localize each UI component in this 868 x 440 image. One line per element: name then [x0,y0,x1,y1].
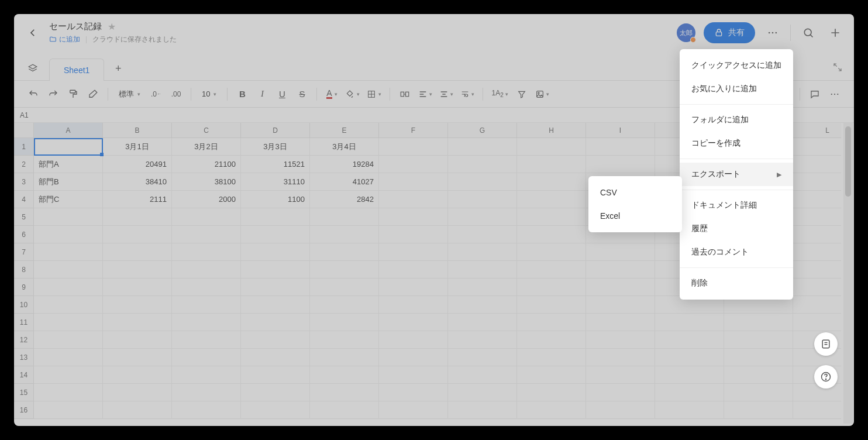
cell[interactable]: 38100 [172,173,241,191]
cell[interactable] [517,296,586,314]
cell[interactable] [172,366,241,384]
cell[interactable] [172,208,241,226]
cell[interactable] [655,366,724,384]
cell[interactable] [793,384,841,401]
cell[interactable] [241,243,310,261]
cell[interactable] [379,208,448,226]
row-header[interactable]: 1 [14,138,34,156]
cell[interactable] [103,243,172,261]
cell[interactable] [448,208,517,226]
underline-icon[interactable]: U [273,85,291,103]
expand-icon[interactable] [833,63,842,74]
vertical-scrollbar[interactable] [843,123,853,424]
submenu-csv[interactable]: CSV [588,181,682,204]
col-header[interactable]: A [34,123,103,138]
share-button[interactable]: 共有 [704,22,755,43]
cell[interactable] [586,384,655,401]
comment-icon[interactable] [806,85,824,103]
borders-icon[interactable]: ▾ [364,85,384,103]
cell[interactable] [517,261,586,279]
cell[interactable] [448,243,517,261]
cell[interactable] [517,138,586,156]
cell[interactable] [310,208,379,226]
cell[interactable] [793,401,841,419]
cell[interactable] [586,243,655,261]
cell[interactable] [379,331,448,349]
fill-color-icon[interactable]: ▾ [343,85,362,103]
cell[interactable] [310,243,379,261]
decrease-decimal-icon[interactable]: .0← [147,85,165,103]
cell[interactable] [517,173,586,191]
cell[interactable] [103,349,172,366]
cell[interactable] [379,138,448,156]
cell[interactable] [172,226,241,243]
menu-quick-access[interactable]: クイックアクセスに追加 [680,54,793,77]
cell[interactable] [310,331,379,349]
cell[interactable] [586,296,655,314]
row-header[interactable]: 16 [14,401,34,419]
cell[interactable] [586,156,655,173]
cell[interactable] [448,138,517,156]
text-color-icon[interactable]: A▾ [323,85,340,103]
cell[interactable]: 3月4日 [310,138,379,156]
menu-export[interactable]: エクスポート▶ [680,163,793,186]
row-header[interactable]: 8 [14,261,34,279]
cell[interactable] [34,349,103,366]
cell[interactable]: 3月2日 [172,138,241,156]
cell[interactable] [103,296,172,314]
cell[interactable] [310,384,379,401]
cell[interactable] [793,208,841,226]
col-header[interactable]: F [379,123,448,138]
cell[interactable] [517,349,586,366]
cell[interactable] [103,279,172,296]
cell[interactable] [586,366,655,384]
row-header[interactable]: 15 [14,384,34,401]
cell[interactable] [724,349,793,366]
cell[interactable] [448,314,517,331]
cell[interactable] [724,384,793,401]
cell[interactable] [379,243,448,261]
cell[interactable] [241,349,310,366]
corner-cell[interactable] [14,123,34,138]
cell[interactable] [793,156,841,173]
cell[interactable] [793,314,841,331]
font-size-select[interactable]: 10▾ [197,90,221,98]
eraser-icon[interactable] [84,85,102,103]
cell[interactable] [448,279,517,296]
col-header[interactable]: B [103,123,172,138]
cell[interactable] [379,296,448,314]
italic-icon[interactable]: I [253,85,271,103]
cell[interactable]: 1100 [241,191,310,208]
cell[interactable] [241,261,310,279]
cell[interactable] [724,401,793,419]
menu-past-comments[interactable]: 過去のコメント [680,240,793,264]
bold-icon[interactable]: B [233,85,251,103]
cell[interactable] [310,261,379,279]
cell[interactable] [448,296,517,314]
cell[interactable] [34,138,103,156]
cell[interactable] [172,261,241,279]
strike-icon[interactable]: S [293,85,311,103]
col-header[interactable]: D [241,123,310,138]
cell[interactable] [310,366,379,384]
add-sheet-icon[interactable]: + [110,60,126,77]
cell[interactable]: 2842 [310,191,379,208]
notes-float-icon[interactable] [814,332,838,356]
h-align-icon[interactable]: ▾ [416,85,435,103]
filter-icon[interactable] [513,85,531,103]
cell[interactable] [241,331,310,349]
cell[interactable] [586,331,655,349]
menu-history[interactable]: 履歴 [680,217,793,240]
cell[interactable] [517,191,586,208]
cell[interactable] [34,279,103,296]
menu-favorites[interactable]: お気に入りに追加 [680,77,793,101]
cell[interactable] [517,366,586,384]
cell[interactable] [241,314,310,331]
row-header[interactable]: 14 [14,366,34,384]
row-header[interactable]: 4 [14,191,34,208]
cell[interactable] [172,331,241,349]
cell[interactable] [103,401,172,419]
more-icon[interactable] [763,23,782,42]
undo-icon[interactable] [25,85,42,103]
format-select[interactable]: 標準▾ [114,89,145,99]
